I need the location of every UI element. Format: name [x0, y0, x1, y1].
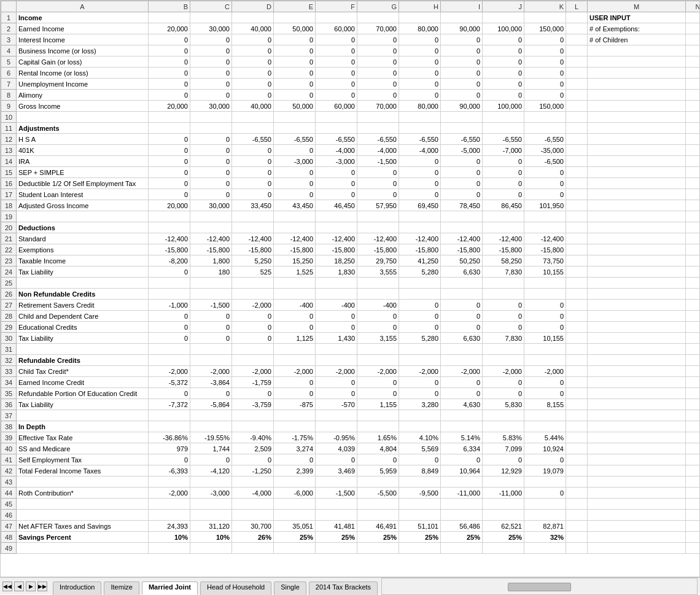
cell-21-b[interactable]: -12,400	[149, 233, 190, 244]
cell-18-d[interactable]: 33,450	[232, 200, 274, 211]
cell-49-d[interactable]	[232, 543, 274, 554]
cell-37-a[interactable]	[17, 410, 149, 421]
cell-21-j[interactable]: -12,400	[483, 233, 524, 244]
cell-36-j[interactable]: 5,830	[483, 399, 524, 410]
cell-43-g[interactable]	[357, 476, 399, 488]
cell-9-i[interactable]: 90,000	[441, 101, 483, 112]
cell-12-i[interactable]: -6,550	[441, 134, 483, 145]
cell-10-g[interactable]	[357, 112, 399, 123]
cell-18-i[interactable]: 78,450	[441, 200, 483, 211]
cell-46-g[interactable]	[357, 510, 399, 521]
cell-30-d[interactable]: 0	[232, 333, 274, 344]
cell-12-e[interactable]: -6,550	[274, 134, 316, 145]
cell-13-f[interactable]: -4,000	[316, 145, 357, 156]
cell-22-h[interactable]: -15,800	[399, 244, 441, 255]
cell-32-f[interactable]	[316, 355, 357, 366]
cell-37-d[interactable]	[232, 410, 274, 421]
cell-26-d[interactable]	[232, 289, 274, 300]
cell-22-d[interactable]: -15,800	[232, 244, 274, 255]
cell-13-k[interactable]: -35,000	[524, 145, 566, 156]
cell-11-c[interactable]	[190, 123, 232, 134]
cell-33-a[interactable]: Child Tax Credit*	[17, 366, 149, 377]
nav-next-arrow[interactable]: ▶	[26, 581, 36, 591]
cell-1-f[interactable]	[316, 12, 357, 23]
cell-10-e[interactable]	[274, 112, 316, 123]
cell-25-b[interactable]	[149, 278, 190, 289]
cell-47-a[interactable]: Net AFTER Taxes and Savings	[17, 521, 149, 532]
cell-28-k[interactable]: 0	[524, 311, 566, 322]
cell-9-k[interactable]: 150,000	[524, 101, 566, 112]
cell-38-h[interactable]	[399, 421, 441, 432]
cell-37-b[interactable]	[149, 410, 190, 421]
cell-33-k[interactable]: -2,000	[524, 366, 566, 377]
cell-37-k[interactable]	[524, 410, 566, 421]
cell-36-a[interactable]: Tax Liability	[17, 399, 149, 410]
cell-17-h[interactable]: 0	[399, 189, 441, 200]
cell-34-h[interactable]: 0	[399, 377, 441, 388]
cell-11-i[interactable]	[441, 123, 483, 134]
cell-46-h[interactable]	[399, 510, 441, 521]
cell-39-f[interactable]: -0.95%	[316, 432, 357, 443]
cell-12-h[interactable]: -6,550	[399, 134, 441, 145]
cell-26-a[interactable]: Non Refundable Credits	[17, 289, 149, 300]
cell-19-b[interactable]	[149, 211, 190, 222]
cell-18-e[interactable]: 43,450	[274, 200, 316, 211]
cell-15-i[interactable]: 0	[441, 167, 483, 178]
cell-31-a[interactable]	[17, 344, 149, 355]
cell-44-c[interactable]: -3,000	[190, 488, 232, 499]
cell-14-k[interactable]: -6,500	[524, 156, 566, 167]
cell-1-c[interactable]	[190, 12, 232, 23]
cell-37-f[interactable]	[316, 410, 357, 421]
cell-49-c[interactable]	[190, 543, 232, 554]
cell-28-d[interactable]: 0	[232, 311, 274, 322]
cell-8-b[interactable]: 0	[149, 90, 190, 101]
cell-41-e[interactable]: 0	[274, 454, 316, 465]
cell-27-c[interactable]: -1,500	[190, 300, 232, 311]
cell-40-b[interactable]: 979	[149, 443, 190, 454]
cell-27-g[interactable]: -400	[357, 300, 399, 311]
cell-24-a[interactable]: Tax Liability	[17, 266, 149, 278]
cell-13-a[interactable]: 401K	[17, 145, 149, 156]
cell-44-e[interactable]: -6,000	[274, 488, 316, 499]
cell-44-k[interactable]: 0	[524, 488, 566, 499]
cell-40-i[interactable]: 6,334	[441, 443, 483, 454]
cell-2-j[interactable]: 100,000	[483, 23, 524, 34]
cell-19-d[interactable]	[232, 211, 274, 222]
cell-24-d[interactable]: 525	[232, 266, 274, 278]
cell-29-e[interactable]: 0	[274, 322, 316, 333]
cell-12-a[interactable]: H S A	[17, 134, 149, 145]
cell-40-j[interactable]: 7,099	[483, 443, 524, 454]
cell-45-e[interactable]	[274, 499, 316, 510]
cell-21-g[interactable]: -12,400	[357, 233, 399, 244]
cell-48-d[interactable]: 26%	[232, 532, 274, 543]
cell-31-g[interactable]	[357, 344, 399, 355]
cell-33-h[interactable]: -2,000	[399, 366, 441, 377]
cell-30-f[interactable]: 1,430	[316, 333, 357, 344]
cell-7-g[interactable]: 0	[357, 79, 399, 90]
cell-8-h[interactable]: 0	[399, 90, 441, 101]
cell-15-f[interactable]: 0	[316, 167, 357, 178]
cell-42-j[interactable]: 12,929	[483, 465, 524, 476]
cell-3-h[interactable]: 0	[399, 34, 441, 45]
cell-15-b[interactable]: 0	[149, 167, 190, 178]
tab-itemize[interactable]: Itemize	[104, 581, 139, 595]
cell-32-d[interactable]	[232, 355, 274, 366]
cell-48-i[interactable]: 25%	[441, 532, 483, 543]
cell-48-j[interactable]: 25%	[483, 532, 524, 543]
cell-29-b[interactable]: 0	[149, 322, 190, 333]
cell-15-a[interactable]: SEP + SIMPLE	[17, 167, 149, 178]
cell-32-b[interactable]	[149, 355, 190, 366]
cell-41-c[interactable]: 0	[190, 454, 232, 465]
tab-2014-tax-brackets[interactable]: 2014 Tax Brackets	[309, 581, 378, 595]
cell-15-e[interactable]: 0	[274, 167, 316, 178]
cell-11-j[interactable]	[483, 123, 524, 134]
cell-48-k[interactable]: 32%	[524, 532, 566, 543]
cell-40-c[interactable]: 1,744	[190, 443, 232, 454]
cell-20-b[interactable]	[149, 222, 190, 233]
cell-11-k[interactable]	[524, 123, 566, 134]
cell-35-i[interactable]: 0	[441, 388, 483, 399]
cell-30-a[interactable]: Tax Liability	[17, 333, 149, 344]
cell-32-i[interactable]	[441, 355, 483, 366]
cell-22-c[interactable]: -15,800	[190, 244, 232, 255]
cell-39-k[interactable]: 5.44%	[524, 432, 566, 443]
